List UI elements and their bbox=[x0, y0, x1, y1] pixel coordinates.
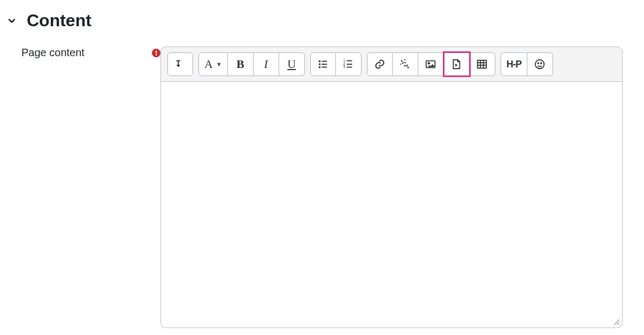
svg-text:3: 3 bbox=[343, 65, 346, 68]
unlink-button[interactable] bbox=[393, 52, 418, 76]
svg-line-15 bbox=[401, 60, 403, 62]
resize-handle[interactable] bbox=[613, 318, 620, 326]
toolbar-group-text: A ▼ B I U bbox=[198, 52, 305, 76]
svg-rect-12 bbox=[347, 64, 352, 65]
svg-point-7 bbox=[319, 66, 321, 68]
toolbar-group-expand bbox=[167, 52, 193, 76]
rich-text-editor: A ▼ B I U 123 bbox=[160, 47, 623, 328]
italic-button[interactable]: I bbox=[254, 52, 279, 76]
bold-icon: B bbox=[236, 57, 244, 71]
h5p-icon: H-P bbox=[507, 59, 522, 70]
paragraph-style-button[interactable]: A ▼ bbox=[198, 52, 228, 76]
link-button[interactable] bbox=[367, 52, 393, 76]
section-header: Content bbox=[5, 11, 639, 31]
underline-icon: U bbox=[287, 57, 296, 71]
media-button[interactable] bbox=[444, 52, 470, 76]
ordered-list-icon: 123 bbox=[342, 58, 354, 70]
svg-rect-1 bbox=[156, 50, 157, 54]
svg-point-28 bbox=[541, 63, 542, 64]
unordered-list-button[interactable] bbox=[310, 52, 336, 76]
toolbar-group-extra: H-P bbox=[501, 52, 553, 76]
italic-icon: I bbox=[264, 57, 268, 71]
editor-body bbox=[160, 82, 623, 328]
media-icon bbox=[450, 58, 462, 70]
paragraph-style-icon: A bbox=[204, 57, 213, 71]
h5p-button[interactable]: H-P bbox=[501, 52, 527, 76]
link-icon bbox=[374, 58, 386, 70]
editor-toolbar: A ▼ B I U 123 bbox=[160, 47, 623, 82]
svg-point-5 bbox=[319, 63, 321, 65]
svg-rect-2 bbox=[156, 54, 157, 55]
expand-down-icon bbox=[174, 58, 186, 70]
svg-point-3 bbox=[319, 60, 321, 63]
svg-rect-8 bbox=[321, 67, 327, 68]
svg-rect-21 bbox=[478, 60, 487, 68]
svg-line-29 bbox=[614, 319, 619, 325]
ordered-list-button[interactable]: 123 bbox=[336, 52, 362, 76]
toolbar-expand-button[interactable] bbox=[167, 52, 193, 76]
section-title: Content bbox=[27, 11, 91, 31]
page-content-row: Page content A ▼ B I bbox=[5, 47, 639, 328]
toolbar-group-insert bbox=[367, 52, 495, 76]
table-icon bbox=[476, 58, 488, 70]
svg-line-16 bbox=[408, 67, 409, 68]
image-icon bbox=[425, 58, 436, 70]
unordered-list-icon bbox=[317, 58, 329, 70]
svg-point-27 bbox=[538, 63, 539, 64]
collapse-toggle-icon[interactable] bbox=[5, 14, 18, 27]
svg-point-26 bbox=[535, 60, 545, 69]
svg-line-31 bbox=[619, 324, 619, 325]
field-label: Page content bbox=[21, 47, 148, 59]
page-content-textarea[interactable] bbox=[161, 82, 622, 328]
table-button[interactable] bbox=[470, 52, 495, 76]
unlink-icon bbox=[399, 58, 411, 70]
svg-rect-10 bbox=[347, 60, 352, 62]
svg-rect-6 bbox=[321, 64, 327, 65]
emoji-icon bbox=[534, 58, 546, 70]
svg-point-20 bbox=[428, 63, 430, 64]
bold-button[interactable]: B bbox=[228, 52, 254, 76]
toolbar-group-lists: 123 bbox=[310, 52, 362, 76]
emoji-button[interactable] bbox=[527, 52, 553, 76]
svg-rect-4 bbox=[321, 61, 327, 62]
dropdown-caret-icon: ▼ bbox=[216, 61, 222, 67]
underline-button[interactable]: U bbox=[279, 52, 305, 76]
svg-rect-14 bbox=[347, 67, 352, 68]
image-button[interactable] bbox=[418, 52, 444, 76]
required-icon bbox=[152, 49, 160, 57]
field-label-column: Page content bbox=[5, 47, 160, 59]
